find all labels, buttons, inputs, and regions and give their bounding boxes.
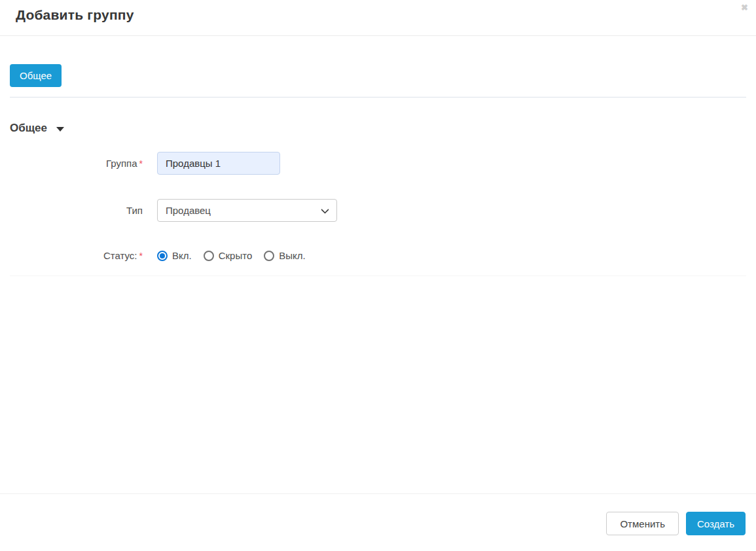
tab-general[interactable]: Общее [10,64,62,87]
general-form: Группа* Тип Продавец Статус:* Вкл. [10,152,746,261]
form-row-group: Группа* [10,152,746,175]
status-label: Статус:* [10,250,157,261]
add-group-modal: Добавить группу ✖ Общее Общее Группа* Ти… [0,0,756,551]
radio-icon-hidden[interactable] [204,251,214,261]
caret-down-icon [56,127,64,132]
group-label: Группа* [10,158,157,169]
group-label-text: Группа [106,158,137,169]
radio-option-on[interactable]: Вкл. [157,250,192,261]
type-select[interactable]: Продавец [157,199,337,222]
section-toggle-general[interactable]: Общее [10,122,64,135]
section-title: Общее [10,122,47,135]
tabs-divider [10,97,746,98]
required-asterisk: * [139,158,143,169]
cancel-button[interactable]: Отменить [606,512,679,535]
type-select-wrap: Продавец [157,199,337,222]
close-icon[interactable]: ✖ [740,2,749,13]
modal-header: Добавить группу ✖ [0,0,756,36]
tab-bar: Общее [10,64,746,87]
radio-label-hidden[interactable]: Скрыто [219,250,253,261]
type-label: Тип [10,205,157,216]
radio-icon-on[interactable] [157,251,168,261]
radio-label-off[interactable]: Выкл. [279,250,305,261]
required-asterisk: * [139,251,143,261]
status-label-text: Статус: [103,250,137,261]
type-label-text: Тип [126,205,143,216]
group-input[interactable] [157,152,280,175]
section-end-divider [10,276,746,276]
status-radio-group: Вкл. Скрыто Выкл. [157,250,317,261]
radio-option-off[interactable]: Выкл. [264,250,305,261]
create-button[interactable]: Создать [686,512,746,535]
page-title: Добавить группу [16,7,134,23]
radio-label-on[interactable]: Вкл. [172,250,192,261]
modal-footer: Отменить Создать [0,493,756,551]
radio-icon-off[interactable] [264,251,274,261]
radio-option-hidden[interactable]: Скрыто [204,250,253,261]
form-row-type: Тип Продавец [10,199,746,222]
form-row-status: Статус:* Вкл. Скрыто Выкл. [10,250,746,261]
modal-body: Общее Общее Группа* Тип Продавец [0,36,756,493]
